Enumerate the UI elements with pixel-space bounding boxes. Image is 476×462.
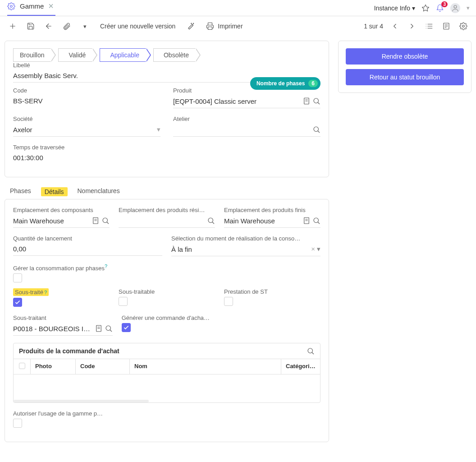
print-button[interactable]: Imprimer [201, 22, 248, 30]
atelier-field[interactable] [173, 124, 320, 137]
svg-marker-1 [422, 5, 429, 11]
search-icon[interactable] [101, 217, 110, 225]
emp-finis-field[interactable]: Main Warehouse [224, 215, 320, 228]
retour-brouillon-button[interactable]: Retour au statut brouillon [346, 69, 464, 85]
state-applicable[interactable]: Applicable [100, 48, 146, 62]
svg-line-36 [318, 222, 319, 223]
moment-label: Sélection du moment de réalisation de la… [171, 235, 320, 242]
tab-title: Gamme [20, 2, 44, 10]
create-version-button[interactable]: Créer une nouvelle version [95, 23, 181, 30]
state-valide[interactable]: Validé [58, 48, 92, 62]
state-stepper: Brouillon Validé Applicable Obsolète [13, 48, 320, 62]
tab-details[interactable]: Détails [41, 187, 68, 196]
produit-field[interactable]: [EQPT-0004] Classic server [173, 96, 320, 108]
caret-down-icon[interactable]: ▾ [467, 5, 470, 11]
traversee-label: Temps de traversée [13, 144, 320, 151]
col-categorie[interactable]: Catégori… [281, 359, 320, 374]
search-icon[interactable] [105, 324, 113, 333]
clear-icon[interactable]: × [311, 245, 315, 253]
svg-line-24 [318, 131, 319, 132]
caret-down-icon: ▾ [157, 125, 160, 134]
attachment-button[interactable] [59, 18, 75, 34]
new-button[interactable] [5, 18, 21, 34]
caret-down-icon[interactable]: ▾ [317, 245, 320, 253]
state-obsolete[interactable]: Obsolète [153, 48, 196, 62]
sous-traite-checkbox[interactable] [13, 298, 22, 307]
settings-icon[interactable] [455, 18, 471, 34]
open-icon[interactable] [302, 97, 311, 105]
open-icon[interactable] [95, 324, 103, 333]
prev-button[interactable] [387, 18, 403, 34]
col-code[interactable]: Code [76, 359, 130, 374]
sous-traite-label: Sous-traité? [13, 288, 49, 296]
gear-icon [7, 2, 15, 10]
prestation-label: Prestation de ST [224, 288, 320, 295]
societe-field[interactable]: Axelor ▾ [13, 124, 160, 137]
close-icon[interactable]: × [48, 1, 54, 11]
save-button[interactable] [23, 18, 39, 34]
moment-field[interactable]: À la fin × ▾ [171, 244, 320, 256]
next-button[interactable] [404, 18, 420, 34]
back-button[interactable] [41, 18, 57, 34]
search-icon[interactable] [207, 217, 215, 225]
atelier-label: Atelier [173, 116, 320, 122]
search-icon[interactable] [312, 97, 320, 105]
emp-residuels-label: Emplacement des produits rési… [119, 207, 215, 213]
svg-point-35 [314, 218, 319, 223]
gerer-label: Gérer la consommation par phases? [13, 263, 320, 272]
emp-composants-field[interactable]: Main Warehouse [13, 215, 110, 228]
svg-point-42 [308, 348, 313, 353]
svg-line-43 [312, 353, 313, 354]
search-icon[interactable] [312, 217, 320, 225]
open-icon[interactable] [302, 217, 311, 225]
svg-point-2 [454, 5, 457, 8]
svg-point-21 [314, 98, 319, 103]
sous-traitant-field[interactable]: P0018 - BOURGEOIS INDU [13, 323, 113, 336]
libelle-label: Libellé [13, 62, 320, 69]
svg-line-22 [318, 102, 319, 104]
star-icon[interactable] [421, 4, 430, 12]
svg-point-17 [462, 25, 465, 28]
more-dropdown[interactable]: ▾ [77, 18, 93, 34]
autoriser-label: Autoriser l'usage de la gamme p… [13, 410, 320, 417]
sous-traitable-checkbox[interactable] [119, 297, 128, 306]
sous-traitant-label: Sous-traitant [13, 314, 113, 321]
help-icon[interactable]: ? [44, 290, 47, 295]
generer-checkbox[interactable] [122, 323, 131, 332]
rendre-obsolete-button[interactable]: Rendre obsolète [346, 48, 464, 65]
code-value: BS-SERV [13, 96, 160, 107]
autoriser-checkbox[interactable] [13, 419, 22, 428]
notifications-icon[interactable]: 3 [436, 4, 444, 12]
emp-composants-label: Emplacement des composants [13, 207, 110, 213]
products-table: Produits de la commande d'achat Photo Co… [13, 343, 320, 403]
qte-field[interactable]: 0,00 [13, 244, 162, 256]
svg-point-0 [10, 5, 13, 7]
phase-badge[interactable]: Nombre de phases 6 [250, 77, 320, 90]
help-icon[interactable]: ? [105, 263, 107, 269]
prestation-checkbox[interactable] [224, 297, 233, 306]
search-icon[interactable] [312, 125, 320, 134]
tab-nomenclatures[interactable]: Nomenclatures [78, 187, 120, 196]
scrollbar[interactable] [14, 400, 149, 402]
emp-residuels-field[interactable] [119, 215, 215, 228]
gerer-checkbox[interactable] [13, 273, 22, 282]
tab-gamme[interactable]: Gamme × [7, 0, 55, 16]
form-view-icon[interactable] [438, 18, 454, 34]
tab-phases[interactable]: Phases [10, 187, 31, 196]
instance-info-dropdown[interactable]: Instance Info ▾ [374, 5, 415, 12]
svg-point-40 [106, 326, 111, 331]
wand-icon[interactable] [183, 18, 199, 34]
state-brouillon[interactable]: Brouillon [13, 48, 51, 62]
col-nom[interactable]: Nom [130, 359, 281, 374]
open-icon[interactable] [92, 217, 100, 225]
notification-count: 3 [441, 1, 448, 7]
svg-rect-6 [208, 27, 212, 30]
svg-point-28 [103, 218, 108, 223]
svg-line-31 [212, 222, 214, 223]
col-photo[interactable]: Photo [31, 359, 76, 374]
select-all-checkbox[interactable] [14, 359, 31, 374]
user-avatar[interactable] [450, 3, 460, 13]
search-icon[interactable] [307, 347, 315, 355]
list-view-icon[interactable] [421, 18, 437, 34]
products-table-title: Produits de la commande d'achat [19, 347, 119, 355]
